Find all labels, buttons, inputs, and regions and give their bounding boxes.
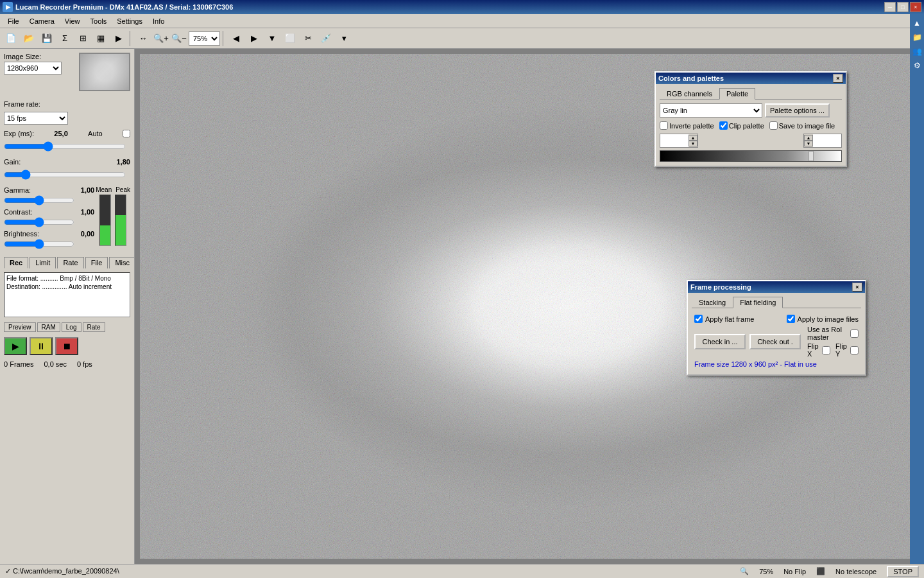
save-to-image-checkbox[interactable] [769, 121, 778, 130]
sidebar-icon-5[interactable]: ⚙ [911, 59, 923, 72]
sidebar-icon-2[interactable]: ▲ [911, 17, 923, 30]
status-search-icon: 🔍 [740, 567, 749, 575]
high-input-group: ▲ ▼ 193 [803, 134, 842, 148]
toolbar-zoom-out[interactable]: 🔍− [171, 30, 187, 47]
palette-select[interactable]: Gray lin [660, 103, 762, 118]
use-as-roi-label: Use as RoI master [807, 326, 859, 341]
toolbar-down[interactable]: ▼ [264, 30, 280, 47]
invert-palette-checkbox[interactable] [660, 121, 668, 130]
high-spin-down[interactable]: ▼ [804, 141, 813, 146]
toolbar-play[interactable]: ▶ [110, 30, 127, 47]
sidebar-icon-4[interactable]: 👥 [911, 45, 923, 58]
clip-palette-checkbox[interactable] [719, 121, 728, 130]
toolbar-crop[interactable]: ⬜ [282, 30, 298, 47]
frame-rate-select[interactable]: 15 fps [4, 112, 68, 125]
status-flip: No Flip [783, 568, 806, 575]
palette-low-input[interactable]: 181 [660, 134, 689, 147]
toolbar-open[interactable]: 📂 [21, 30, 37, 47]
palette-high-input[interactable]: 193 [813, 134, 841, 147]
toolbar-left[interactable]: ◀ [228, 30, 244, 47]
check-in-button[interactable]: Check in ... [694, 334, 746, 349]
status-path: ✓ C:\fwcam\demo_farbe_20090824\ [5, 567, 119, 575]
tab-log[interactable]: Log [62, 322, 81, 332]
toolbar-scissors[interactable]: ✂ [300, 30, 316, 47]
flip-y-label: Flip Y [835, 342, 859, 358]
menu-tools[interactable]: Tools [85, 16, 112, 26]
tab-limit[interactable]: Limit [30, 257, 56, 268]
title-bar-text: ▶ Lucam Recorder Premium - DMx 41AF02.AS… [3, 2, 233, 12]
palette-gradient-handle[interactable] [809, 151, 814, 161]
tab-palette[interactable]: Palette [719, 88, 755, 100]
apply-flat-checkbox[interactable] [694, 315, 703, 323]
toolbar-extra[interactable]: ▾ [336, 30, 352, 47]
gain-slider[interactable] [4, 170, 126, 180]
gain-value: 1,80 [117, 158, 130, 166]
image-size-label: Image Size: [4, 53, 41, 60]
tab-file[interactable]: File [85, 257, 108, 268]
palette-options-button[interactable]: Palette options ... [765, 103, 830, 118]
play-button[interactable]: ▶ [4, 337, 27, 355]
toolbar-grid[interactable]: ⊞ [74, 30, 91, 47]
tab-ram[interactable]: RAM [37, 322, 60, 332]
palette-gradient-bar [660, 150, 842, 162]
frame-processing-dialog: Frame processing × Stacking Flat fieldin… [687, 280, 866, 376]
tab-rec[interactable]: Rec [4, 257, 28, 268]
menu-settings[interactable]: Settings [112, 16, 148, 26]
minimize-button[interactable]: ─ [884, 2, 896, 12]
palette-checkboxes: Inverte palette Clip palette Save to ima… [660, 121, 842, 130]
contrast-slider[interactable] [4, 217, 74, 227]
high-spin: ▲ ▼ [804, 135, 813, 146]
gain-row: Gain: 1,80 [4, 158, 130, 166]
tab-flat-fielding[interactable]: Flat fielding [733, 297, 783, 308]
low-spin-down[interactable]: ▼ [689, 141, 697, 146]
tab-rate[interactable]: Rate [57, 257, 83, 268]
menu-file[interactable]: File [3, 16, 24, 26]
pause-button[interactable]: ⏸ [30, 337, 53, 355]
stop-button[interactable]: ⏹ [55, 337, 78, 355]
invert-palette-label: Inverte palette [660, 121, 714, 130]
flip-y-checkbox[interactable] [850, 346, 859, 355]
frames-row: 0 Frames 0,0 sec 0 fps [4, 360, 130, 368]
gamma-slider[interactable] [4, 195, 74, 206]
toolbar-zoom-in[interactable]: 🔍+ [153, 30, 169, 47]
toolbar-dropper[interactable]: 💉 [318, 30, 334, 47]
tab-preview[interactable]: Preview [4, 322, 36, 332]
toolbar-new[interactable]: 📄 [3, 30, 19, 47]
apply-images-label: Apply to image files [787, 315, 859, 323]
gain-label: Gain: [4, 158, 21, 166]
exp-slider[interactable] [4, 141, 126, 152]
tab-rgb-channels[interactable]: RGB channels [660, 88, 719, 99]
image-size-section: Image Size: Pos 0, 0 1280x960 [4, 53, 130, 98]
auto-checkbox[interactable] [123, 130, 130, 137]
low-spin-up[interactable]: ▲ [689, 135, 697, 141]
check-out-button[interactable]: Check out . [749, 334, 801, 349]
image-size-select[interactable]: 1280x960 [4, 62, 62, 74]
stop-button[interactable]: STOP [887, 566, 919, 577]
high-spin-up[interactable]: ▲ [804, 135, 813, 141]
flip-x-checkbox[interactable] [822, 346, 830, 355]
toolbar-sum[interactable]: Σ [56, 30, 73, 47]
brightness-slider[interactable] [4, 239, 74, 249]
clip-palette-label: Clip palette [719, 121, 764, 130]
menu-info[interactable]: Info [148, 16, 169, 26]
frame-processing-close[interactable]: × [852, 283, 862, 292]
use-as-roi-checkbox[interactable] [850, 329, 859, 338]
tab-stacking[interactable]: Stacking [692, 297, 733, 308]
toolbar-table[interactable]: ▦ [92, 30, 109, 47]
maximize-button[interactable]: □ [897, 2, 909, 12]
menu-camera[interactable]: Camera [24, 16, 60, 26]
tab-rate-2[interactable]: Rate [83, 322, 105, 332]
apply-images-checkbox[interactable] [787, 315, 795, 323]
toolbar-move[interactable]: ↔ [135, 30, 151, 47]
menu-view[interactable]: View [60, 16, 85, 26]
colors-palettes-close[interactable]: × [833, 74, 843, 83]
tab-misc[interactable]: Misc [109, 257, 135, 268]
close-button[interactable]: × [910, 2, 921, 12]
toolbar-right[interactable]: ▶ [246, 30, 262, 47]
zoom-select[interactable]: 75% [189, 31, 220, 46]
status-zoom: 75% [759, 568, 773, 575]
sidebar-icon-3[interactable]: 📁 [911, 31, 923, 44]
toolbar-save[interactable]: 💾 [38, 30, 55, 47]
toolbar-separator-2 [223, 31, 225, 46]
apply-flat-row: Apply flat frame Apply to image files [694, 315, 859, 323]
